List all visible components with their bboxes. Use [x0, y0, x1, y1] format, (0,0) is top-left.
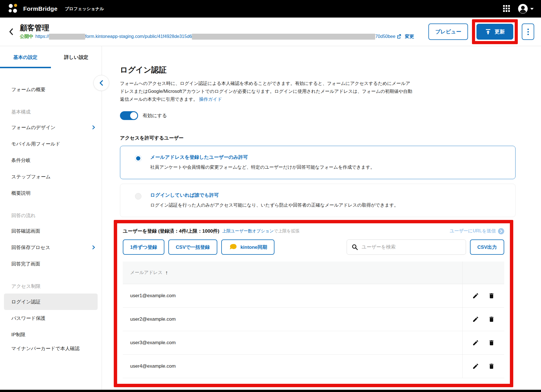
main-content: ログイン認証 フォームへのアクセス時に、ログイン認証による本人確認を求めることが… [102, 46, 541, 392]
option-card-anyone-logged-in[interactable]: ログインしていれば誰でも許可 ログイン認証を行った人のみがアクセス可能になり、い… [120, 184, 516, 217]
csv-export-button[interactable]: CSV出力 [470, 239, 504, 255]
chevron-right-icon [92, 245, 95, 250]
enable-toggle[interactable] [120, 111, 138, 120]
access-section-title: アクセスを許可するユーザー [120, 135, 541, 141]
sidebar-item-save-process[interactable]: 回答保存プロセス [0, 239, 102, 256]
sidebar-nav: フォームの概要 基本構成 フォームのデザイン モバイル用フィールド 条件分岐 ス… [0, 81, 102, 355]
register-limit-note: 上限ユーザー数オプションで上限を拡張 [222, 228, 299, 234]
redacted-subdomain [49, 34, 85, 40]
actions-column-header [462, 262, 504, 284]
option-card-registered-users[interactable]: メールアドレスを登録したユーザーのみ許可 社員アンケートや会員情報の変更フォーム… [120, 146, 516, 179]
kintone-sync-button[interactable]: kintone同期 [221, 239, 274, 255]
send-url-link[interactable]: ユーザーにURLを送信 [450, 228, 504, 234]
back-button[interactable] [6, 27, 16, 37]
table-row: user4@example.com [123, 355, 504, 378]
registered-users-table: メールアドレス ↑ user1@example.com [123, 262, 504, 378]
external-link-icon [397, 34, 401, 38]
plan-label: プロフェッショナル [65, 6, 104, 12]
collapse-chevron-icon [99, 80, 103, 86]
option-title[interactable]: メールアドレスを登録したユーザーのみ許可 [150, 154, 507, 160]
edit-button[interactable] [472, 292, 479, 299]
kebab-icon [527, 29, 529, 35]
update-highlight-box: 更新 [472, 19, 518, 44]
settings-sidebar: 基本の設定 詳しい設定 フォームの概要 基本構成 フォームのデザイン モバイル用… [0, 46, 102, 392]
preview-button[interactable]: プレビュー [428, 23, 468, 40]
back-chevron-icon [8, 28, 14, 35]
top-app-bar: FormBridge プロフェッショナル [0, 0, 541, 18]
sidebar-item-form-overview[interactable]: フォームの概要 [0, 81, 102, 98]
option-title[interactable]: ログインしていれば誰でも許可 [150, 192, 507, 198]
table-header-row: メールアドレス ↑ [123, 262, 504, 284]
public-url[interactable]: https://form.kintoneapp-staging.com/publ… [35, 34, 401, 40]
section-heading: ログイン認証 [120, 65, 541, 75]
kintone-icon [229, 243, 237, 251]
user-email: user2@example.com [123, 308, 462, 331]
limit-option-link[interactable]: 上限ユーザー数オプション [222, 228, 274, 233]
sidebar-collapse-button[interactable] [93, 75, 109, 91]
delete-button[interactable] [488, 339, 495, 346]
update-button[interactable]: 更新 [476, 24, 513, 40]
toggle-knob [130, 112, 137, 119]
publish-status-row: 公開中 https://form.kintoneapp-staging.com/… [20, 34, 414, 40]
radio-selected-icon[interactable] [135, 155, 141, 162]
trash-icon [488, 339, 495, 346]
option-description: ログイン認証を行った人のみがアクセス可能になり、いたずら防止や回答者の正確なメー… [150, 202, 507, 208]
edit-button[interactable] [472, 316, 479, 323]
change-url-link[interactable]: 変更 [405, 34, 414, 40]
delete-button[interactable] [488, 292, 495, 299]
status-badge: 公開中 [20, 34, 33, 40]
user-search-box[interactable] [347, 239, 466, 255]
table-row: user2@example.com [123, 308, 504, 331]
sidebar-item-step-form[interactable]: ステップフォーム [0, 168, 102, 185]
trash-icon [488, 316, 495, 323]
redacted-path [192, 34, 375, 40]
sidebar-item-confirm-screen[interactable]: 回答確認画面 [0, 223, 102, 239]
sidebar-section-response-flow: 回答の流れ [0, 209, 102, 223]
sort-asc-icon[interactable]: ↑ [165, 270, 168, 276]
user-email: user4@example.com [123, 355, 462, 378]
edit-button[interactable] [472, 339, 479, 346]
brand-name: FormBridge [23, 5, 57, 12]
account-menu[interactable] [518, 4, 534, 14]
user-email: user1@example.com [123, 284, 462, 307]
table-row: user3@example.com [123, 331, 504, 355]
more-actions-button[interactable] [522, 23, 534, 40]
search-icon [351, 244, 358, 250]
section-description: フォームへのアクセス時に、ログイン認証による本人確認を求めることができます。有効… [120, 80, 414, 103]
guide-link[interactable]: 操作ガイド [199, 97, 222, 102]
formbridge-app: FormBridge プロフェッショナル 顧客管理 [0, 0, 541, 392]
sidebar-item-mynumber-card[interactable]: マイナンバーカードで本人確認 [0, 343, 102, 355]
sidebar-item-password-protection[interactable]: パスワード保護 [0, 310, 102, 326]
sidebar-section-access-restriction: アクセス制限 [0, 279, 102, 294]
table-row: user1@example.com [123, 284, 504, 308]
page-title: 顧客管理 [20, 24, 414, 32]
delete-button[interactable] [488, 316, 495, 323]
register-csv-bulk-button[interactable]: CSVで一括登録 [168, 239, 217, 255]
enable-toggle-label: 有効にする [143, 112, 167, 119]
app-launcher-icon[interactable] [503, 5, 510, 12]
caret-down-icon [530, 8, 534, 10]
email-column-header: メールアドレス [130, 270, 162, 276]
register-title: ユーザーを登録 (登録済：4件/上限：1000件) [123, 228, 219, 234]
sidebar-item-ip-restriction[interactable]: IP制限 [0, 326, 102, 343]
tab-advanced-settings[interactable]: 詳しい設定 [51, 46, 102, 68]
edit-button[interactable] [472, 363, 479, 370]
sidebar-item-summary[interactable]: 概要説明 [0, 185, 102, 201]
tab-basic-settings[interactable]: 基本の設定 [0, 46, 51, 68]
upload-icon [485, 29, 491, 35]
radio-unselected-icon[interactable] [135, 193, 141, 200]
chevron-right-icon [92, 125, 95, 130]
edit-icon [472, 339, 479, 346]
sidebar-item-login-auth[interactable]: ログイン認証 [4, 294, 98, 310]
register-single-button[interactable]: 1件ずつ登録 [123, 239, 164, 255]
sidebar-item-form-design[interactable]: フォームのデザイン [0, 119, 102, 136]
sidebar-item-mobile-fields[interactable]: モバイル用フィールド [0, 136, 102, 152]
send-arrow-icon [498, 228, 504, 234]
edit-icon [472, 316, 479, 323]
user-search-input[interactable] [362, 244, 461, 250]
sidebar-item-complete-screen[interactable]: 回答完了画面 [0, 256, 102, 272]
sidebar-item-conditional-branch[interactable]: 条件分岐 [0, 152, 102, 168]
trash-icon [488, 363, 495, 370]
option-description: 社員アンケートや会員情報の変更フォームなど、特定のユーザーだけが回答可能なフォー… [150, 164, 507, 170]
delete-button[interactable] [488, 363, 495, 370]
